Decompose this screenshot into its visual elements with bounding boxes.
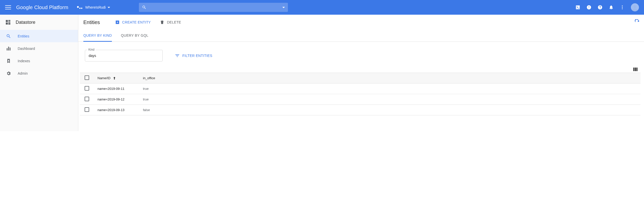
sidebar-item-indexes[interactable]: Indexes: [0, 55, 78, 67]
svg-rect-9: [7, 48, 8, 50]
search-dropdown-icon[interactable]: [282, 7, 285, 8]
sidebar-item-dashboard[interactable]: Dashboard: [0, 42, 78, 55]
svg-rect-11: [10, 47, 10, 50]
sidebar-item-admin[interactable]: Admin: [0, 67, 78, 79]
top-header: Google Cloud Platform WhereIsRudi: [0, 0, 644, 15]
page-header: Entities CREATE ENTITY DELETE: [78, 15, 644, 30]
sidebar-title: Datastore: [16, 20, 35, 25]
row-checkbox[interactable]: [85, 86, 89, 91]
query-row: Kind FILTER ENTITIES: [78, 42, 644, 67]
svg-rect-4: [6, 20, 8, 22]
project-selector[interactable]: WhereIsRudi: [75, 4, 113, 11]
tab-query-by-gql[interactable]: QUERY BY GQL: [121, 30, 148, 42]
columns-icon[interactable]: [633, 68, 637, 71]
sidebar-header: Datastore: [0, 15, 78, 30]
cell-in-office: true: [139, 84, 640, 94]
row-checkbox[interactable]: [85, 107, 89, 112]
header-utility-icons: [575, 3, 639, 11]
datastore-icon: [5, 19, 11, 25]
search-icon: [6, 34, 11, 39]
select-all-checkbox[interactable]: [85, 75, 89, 80]
main-content: Entities CREATE ENTITY DELETE QUERY BY K…: [78, 15, 644, 131]
svg-point-0: [622, 6, 623, 6]
dashboard-icon: [6, 46, 11, 51]
sidebar-item-label: Entities: [18, 34, 29, 38]
help-icon[interactable]: [598, 5, 603, 10]
svg-rect-5: [8, 20, 10, 21]
kind-input[interactable]: [85, 50, 163, 61]
page-title: Entities: [83, 19, 100, 25]
svg-rect-7: [6, 23, 8, 25]
caret-down-icon: [108, 7, 110, 8]
hamburger-menu-icon[interactable]: [5, 4, 11, 10]
entities-table: Name/ID in_office name=2019-09-11 true: [80, 73, 640, 115]
create-entity-label: CREATE ENTITY: [122, 20, 151, 24]
filter-icon: [175, 53, 180, 58]
delete-label: DELETE: [167, 20, 181, 24]
svg-rect-8: [8, 23, 10, 25]
indexes-icon: [6, 58, 11, 64]
svg-rect-6: [8, 22, 10, 23]
more-vert-icon[interactable]: [620, 5, 625, 10]
table-row[interactable]: name=2019-09-12 true: [80, 94, 640, 105]
svg-point-2: [622, 8, 623, 9]
delete-button[interactable]: DELETE: [160, 20, 181, 25]
row-checkbox[interactable]: [85, 97, 89, 101]
sidebar-item-label: Indexes: [18, 59, 30, 63]
search-input[interactable]: [146, 5, 282, 9]
tab-query-by-kind[interactable]: QUERY BY KIND: [83, 30, 112, 42]
filter-entities-button[interactable]: FILTER ENTITIES: [175, 53, 212, 58]
filter-entities-label: FILTER ENTITIES: [182, 54, 212, 58]
avatar[interactable]: [631, 3, 639, 11]
cloud-shell-icon[interactable]: [575, 5, 580, 10]
entities-table-wrap: Name/ID in_office name=2019-09-11 true: [78, 73, 644, 115]
project-scope-icon: [77, 6, 82, 9]
arrow-up-icon: [112, 76, 116, 80]
sidebar-item-entities[interactable]: Entities: [0, 30, 78, 42]
cell-name: name=2019-09-11: [94, 84, 139, 94]
cell-in-office: true: [139, 94, 640, 105]
gear-icon: [6, 71, 11, 76]
sidebar: Datastore Entities Dashboard Indexes Adm…: [0, 15, 78, 131]
kind-label: Kind: [87, 48, 95, 51]
product-name: Google Cloud Platform: [16, 5, 68, 10]
table-row[interactable]: name=2019-09-13 false: [80, 105, 640, 115]
cell-in-office: false: [139, 105, 640, 115]
feedback-icon[interactable]: [586, 5, 591, 10]
cell-name: name=2019-09-13: [94, 105, 139, 115]
refresh-icon[interactable]: [634, 19, 640, 25]
project-name: WhereIsRudi: [85, 5, 106, 9]
kind-field: Kind: [85, 50, 163, 61]
svg-rect-10: [8, 47, 9, 50]
search-box[interactable]: [139, 3, 288, 12]
cell-name: name=2019-09-12: [94, 94, 139, 105]
notifications-icon[interactable]: [609, 5, 614, 10]
plus-box-icon: [115, 20, 120, 25]
table-row[interactable]: name=2019-09-11 true: [80, 84, 640, 94]
table-toolbar: [78, 67, 644, 73]
sidebar-item-label: Admin: [18, 71, 28, 75]
svg-point-1: [622, 7, 623, 8]
layout: Datastore Entities Dashboard Indexes Adm…: [0, 15, 644, 131]
svg-point-3: [633, 5, 636, 8]
tabs: QUERY BY KIND QUERY BY GQL: [78, 30, 644, 42]
column-header-name-label: Name/ID: [97, 76, 110, 80]
sidebar-item-label: Dashboard: [18, 47, 35, 51]
table-header-row: Name/ID in_office: [80, 73, 640, 84]
column-header-name[interactable]: Name/ID: [97, 76, 136, 80]
search-icon: [142, 5, 146, 10]
create-entity-button[interactable]: CREATE ENTITY: [115, 20, 151, 25]
trash-icon: [160, 20, 164, 25]
column-header-in-office[interactable]: in_office: [139, 73, 640, 84]
